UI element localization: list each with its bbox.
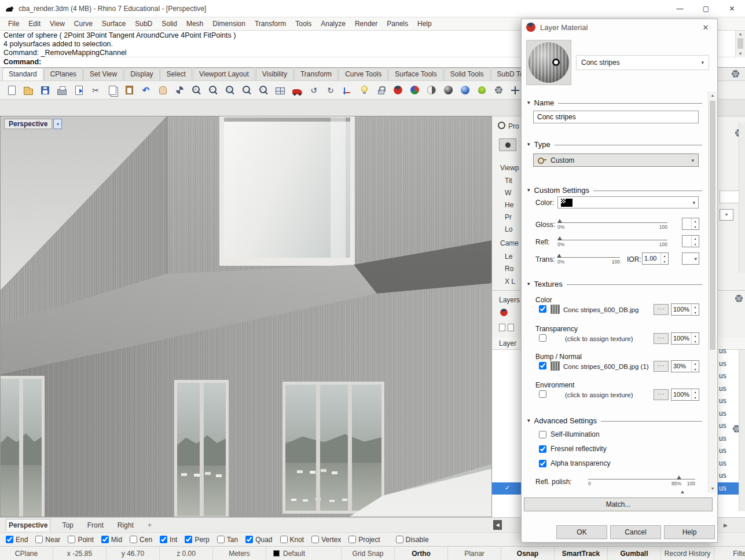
- scroll-down-icon[interactable]: ▼: [709, 485, 717, 493]
- dialog-scrollbar[interactable]: ▲ ▼: [708, 91, 717, 493]
- properties-tab[interactable]: Pro: [508, 122, 519, 130]
- open-file-icon[interactable]: [21, 83, 35, 97]
- scrollbar-thumb[interactable]: [710, 101, 715, 350]
- viewport-label-text[interactable]: Perspective: [4, 119, 52, 129]
- menu-view[interactable]: View: [45, 19, 69, 29]
- menu-mesh[interactable]: Mesh: [182, 19, 208, 29]
- toolbar-tab-solid-tools[interactable]: Solid Tools: [444, 68, 490, 80]
- toolbar-tab-curve-tools[interactable]: Curve Tools: [339, 68, 388, 80]
- zoom-extents-icon[interactable]: ▫: [256, 83, 270, 97]
- pan-icon[interactable]: [156, 83, 170, 97]
- menu-analyze[interactable]: Analyze: [316, 19, 350, 29]
- toggle-record-history[interactable]: Record History: [661, 547, 714, 560]
- zoom-window-icon[interactable]: □: [223, 83, 237, 97]
- spin-up-icon[interactable]: ▴: [692, 218, 699, 224]
- texture-transparency-amount[interactable]: 100% ▴▾: [671, 332, 699, 345]
- section-custom-settings[interactable]: ▾ Custom Settings: [527, 185, 702, 195]
- self-illumination-option[interactable]: Self-illumination: [539, 430, 600, 438]
- menu-panels[interactable]: Panels: [382, 19, 413, 29]
- viewport-tab-top[interactable]: Top: [60, 519, 75, 531]
- toggle-planar[interactable]: Planar: [448, 547, 501, 560]
- toggle-filter[interactable]: Filter: [714, 547, 745, 560]
- osnap-int[interactable]: Int: [160, 536, 177, 544]
- toolbar-tab-set-view[interactable]: Set View: [83, 68, 123, 80]
- osnap-point-checkbox[interactable]: [68, 536, 75, 543]
- toggle-grid-snap[interactable]: Grid Snap: [342, 547, 395, 560]
- properties-tab-icon[interactable]: [498, 122, 505, 131]
- toolbar-tab-transform[interactable]: Transform: [294, 68, 338, 80]
- scrollbar-thumb[interactable]: [737, 38, 743, 49]
- paste-icon[interactable]: [122, 83, 136, 97]
- help-button[interactable]: Help: [664, 525, 715, 539]
- lock-icon[interactable]: [374, 83, 388, 97]
- material-select-combo[interactable]: Conc stripes ▾: [576, 55, 709, 70]
- spin-up-icon[interactable]: ▴: [692, 304, 699, 310]
- refl-polish-slider[interactable]: 0 85% 100: [588, 474, 695, 487]
- texture-transparency-checkbox[interactable]: [539, 334, 546, 342]
- toolbar-tab-surface-tools[interactable]: Surface Tools: [388, 68, 443, 80]
- display-rgb-icon[interactable]: [408, 83, 421, 97]
- spin-up-icon[interactable]: ▴: [692, 236, 699, 241]
- perspective-viewport[interactable]: Perspective ▾: [0, 116, 492, 517]
- layers-panel-title[interactable]: Layers: [499, 296, 520, 304]
- match-button[interactable]: Match...: [524, 497, 713, 511]
- section-name[interactable]: ▾ Name: [527, 98, 702, 107]
- texture-color-browse-button[interactable]: ···: [654, 304, 669, 315]
- layer-material-icon[interactable]: [500, 309, 508, 318]
- texture-environment-browse-button[interactable]: ···: [654, 389, 669, 400]
- osnap-point[interactable]: Point: [68, 536, 93, 544]
- toggle-gumball[interactable]: Gumball: [608, 547, 661, 560]
- dialog-close-icon[interactable]: ✕: [699, 23, 713, 32]
- section-type[interactable]: ▾ Type: [527, 140, 702, 149]
- refl-slider[interactable]: 0%100: [557, 235, 667, 248]
- minimize-button[interactable]: —: [667, 0, 693, 17]
- new-layer-icon[interactable]: [499, 324, 516, 333]
- osnap-cen-checkbox[interactable]: [130, 536, 137, 543]
- osnap-end[interactable]: End: [6, 536, 28, 544]
- tab-scroll-left-icon[interactable]: ◀: [493, 520, 502, 530]
- texture-color-amount[interactable]: 100% ▴▾: [671, 303, 699, 316]
- status-layer[interactable]: Default: [266, 547, 342, 560]
- texture-color-checkbox[interactable]: [539, 305, 546, 313]
- texture-bump-browse-button[interactable]: ···: [654, 361, 669, 372]
- move-icon[interactable]: [508, 83, 522, 97]
- maximize-button[interactable]: ▢: [693, 0, 719, 17]
- osnap-disable-checkbox[interactable]: [396, 536, 403, 543]
- cancel-button[interactable]: Cancel: [610, 525, 661, 539]
- toggle-ortho[interactable]: Ortho: [395, 547, 448, 560]
- view-redo-icon[interactable]: ↻: [324, 83, 337, 97]
- undo-icon[interactable]: ↶: [139, 83, 153, 97]
- grasshopper-icon[interactable]: [475, 83, 489, 97]
- light-icon[interactable]: [357, 83, 371, 97]
- osnap-perp-checkbox[interactable]: [185, 536, 192, 543]
- texture-environment-checkbox[interactable]: [539, 390, 546, 398]
- osnap-knot[interactable]: Knot: [280, 536, 304, 544]
- material-name-input[interactable]: [533, 111, 699, 123]
- texture-transparency-browse-button[interactable]: ···: [654, 333, 669, 344]
- osnap-quad[interactable]: Quad: [245, 536, 272, 544]
- spin-up-icon[interactable]: ▴: [692, 389, 699, 395]
- spin-up-icon[interactable]: ▴: [692, 361, 699, 367]
- alpha-transparency-option[interactable]: Alpha transparency: [539, 459, 610, 467]
- viewport-tab-right[interactable]: Right: [115, 519, 136, 531]
- spin-down-icon[interactable]: ▾: [692, 339, 699, 345]
- toolbar-tab-standard[interactable]: Standard: [2, 68, 43, 80]
- refl-spinner[interactable]: ▴▾: [682, 235, 699, 247]
- osnap-tan-checkbox[interactable]: [217, 536, 225, 543]
- toggle-smarttrack[interactable]: SmartTrack: [555, 547, 608, 560]
- color-dropdown[interactable]: ▾: [557, 196, 699, 208]
- osnap-knot-checkbox[interactable]: [280, 536, 288, 543]
- print-icon[interactable]: [55, 83, 69, 97]
- osnap-int-checkbox[interactable]: [160, 536, 167, 543]
- menu-file[interactable]: File: [3, 19, 24, 29]
- new-viewport-tab-icon[interactable]: +: [145, 519, 155, 531]
- material-type-dropdown[interactable]: Custom ▾: [533, 153, 699, 167]
- zoom-dynamic-icon[interactable]: ~: [206, 83, 220, 97]
- slider-thumb[interactable]: [557, 254, 561, 258]
- display-half-icon[interactable]: [424, 83, 438, 97]
- texture-environment-amount[interactable]: 100% ▴▾: [671, 389, 699, 401]
- menu-surface[interactable]: Surface: [97, 19, 130, 29]
- texture-bump-file[interactable]: Conc stripes_600_DB.jpg (1): [563, 363, 649, 370]
- toggle-osnap[interactable]: Osnap: [501, 547, 555, 560]
- toolbar-tab-cplanes[interactable]: CPlanes: [44, 68, 83, 80]
